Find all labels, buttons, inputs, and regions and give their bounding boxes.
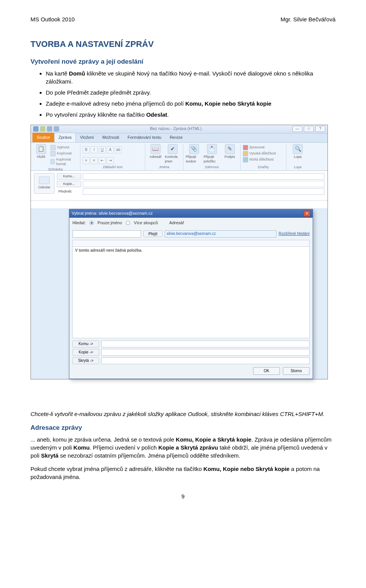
group-tags-label: Značky <box>243 164 284 170</box>
numbering-button[interactable]: ≡ <box>91 157 98 164</box>
addressbook-label: Adresář <box>169 220 184 226</box>
list-header <box>72 240 310 247</box>
dialog-titlebar: Vybrat jména: silvie.becvarova@seznam.cz… <box>69 209 313 218</box>
font-color-button[interactable]: A <box>107 146 114 153</box>
tab-options[interactable]: Možnosti <box>98 133 123 142</box>
copy-icon <box>50 151 56 156</box>
subsection-addressing: Adresace zprávy <box>30 423 336 432</box>
go-button[interactable]: Přejít <box>143 230 162 237</box>
tab-file[interactable]: Soubor <box>32 133 54 142</box>
dialog-close-button[interactable]: ✕ <box>303 210 310 217</box>
redo-icon[interactable] <box>54 126 59 132</box>
tab-format[interactable]: Formátování textu <box>123 133 165 142</box>
cc-input[interactable] <box>83 181 324 187</box>
address-book-button[interactable]: 📖Adresář <box>148 144 164 159</box>
envelope-icon <box>39 177 50 184</box>
high-importance-button[interactable]: Vysoká důležitost <box>243 151 276 156</box>
item-icon: 📩 <box>207 144 217 154</box>
low-importance-button[interactable]: Nízká důležitost <box>243 157 274 162</box>
header-left: MS Outlook 2010 <box>30 15 75 23</box>
send-button[interactable]: Odeslat <box>34 173 55 194</box>
subject-label: Předmět: <box>57 188 81 195</box>
check-names-button[interactable]: ✔Kontrola jmen <box>165 144 181 164</box>
subsection-create: Vytvoření nové zprávy a její odeslání <box>30 57 336 66</box>
scissors-icon <box>50 145 56 150</box>
group-clipboard-label: Schránka <box>33 167 78 173</box>
bullet-3: Zadejte e-mailové adresy nebo jména příj… <box>46 100 336 108</box>
group-basictext-label: Základní text <box>83 164 143 170</box>
to-button[interactable]: Komu... <box>57 173 81 180</box>
zoom-button[interactable]: 🔍Lupa <box>289 144 307 159</box>
quick-access-bar: Bez názvu - Zpráva (HTML) — □ ? <box>31 125 327 133</box>
dest-to-button[interactable]: Komu -> <box>72 341 99 347</box>
tab-insert[interactable]: Vložení <box>76 133 98 142</box>
addressbook-select[interactable]: silvie.becvarova@seznam.cz <box>165 230 276 238</box>
underline-button[interactable]: U <box>99 146 106 153</box>
paperclip-icon: 📎 <box>189 144 199 154</box>
brush-icon <box>50 159 55 164</box>
ribbon-tabs: Soubor Zpráva Vložení Možnosti Formátová… <box>31 133 327 143</box>
tab-message[interactable]: Zpráva <box>54 133 75 142</box>
italic-button[interactable]: I <box>91 146 98 153</box>
dest-cc-button[interactable]: Kopie -> <box>72 349 99 356</box>
dest-cc-field[interactable] <box>101 349 310 356</box>
to-input[interactable] <box>83 173 324 180</box>
tab-review[interactable]: Revize <box>165 133 187 142</box>
maximize-button[interactable]: □ <box>304 126 314 132</box>
flag-icon <box>243 145 248 150</box>
dialog-ok-button[interactable]: OK <box>253 367 280 375</box>
dest-to-field[interactable] <box>101 341 310 347</box>
group-zoom-label: Lupa <box>289 164 307 170</box>
search-input[interactable] <box>72 230 141 238</box>
advanced-search-link[interactable]: Rozšířené hledání <box>279 231 310 236</box>
attach-item-button[interactable]: 📩Připojit položku <box>204 144 220 164</box>
format-painter-button[interactable]: Kopírovat formát <box>50 157 78 167</box>
book-icon: 📖 <box>151 144 161 154</box>
tip-paragraph: Chcete-li vytvořit e-mailovou zprávu z j… <box>30 410 336 418</box>
dest-bcc-button[interactable]: Skrytá -> <box>72 357 99 364</box>
header-right: Mgr. Silvie Bečvářová <box>281 15 336 23</box>
font-toolbar: B I U A ab <box>83 144 122 153</box>
radio-name-only[interactable] <box>90 221 94 225</box>
paragraph-toolbar: ≡ ≡ ⇤ ⇥ <box>83 155 114 164</box>
arrow-down-icon <box>243 157 248 162</box>
address-area: Odeslat Komu... Kopie... Předmět: <box>31 171 327 201</box>
signature-button[interactable]: ✎Podpis <box>222 144 238 159</box>
paste-button[interactable]: 📋 Vložit <box>33 144 49 159</box>
dialog-cancel-button[interactable]: Storno <box>283 367 310 375</box>
save-icon[interactable] <box>40 126 45 132</box>
page-header: MS Outlook 2010 Mgr. Silvie Bečvářová <box>30 15 336 23</box>
bullet-2: Do pole Předmět zadejte předmět zprávy. <box>46 88 336 96</box>
group-names-label: Jména <box>148 164 181 170</box>
message-body-area[interactable] <box>31 201 327 208</box>
help-button[interactable]: ? <box>315 126 325 132</box>
bullet-list: Na kartě Domů klikněte ve skupině Nový n… <box>30 69 336 119</box>
check-icon: ✔ <box>168 144 178 154</box>
followup-button[interactable]: Zpracovat <box>243 145 265 150</box>
dest-bcc-field[interactable] <box>101 357 310 364</box>
outlook-screenshot: Bez názvu - Zpráva (HTML) — □ ? Soubor Z… <box>30 125 328 379</box>
list-body: V tomto adresáři není žádná položka. <box>72 247 310 338</box>
cut-button[interactable]: Vyjmout <box>50 145 78 150</box>
exclamation-icon <box>243 151 248 156</box>
indent-right-button[interactable]: ⇥ <box>107 157 114 164</box>
radio-more-columns[interactable] <box>126 221 130 225</box>
pen-icon: ✎ <box>225 144 235 154</box>
bullets-button[interactable]: ≡ <box>83 157 90 164</box>
bold-button[interactable]: B <box>83 146 90 153</box>
undo-icon[interactable] <box>47 126 52 132</box>
attach-file-button[interactable]: 📎Připojit soubor <box>186 144 202 164</box>
subject-input[interactable] <box>83 188 324 195</box>
body-text: Chcete-li vytvořit e-mailovou zprávu z j… <box>30 410 336 481</box>
ribbon-body: 📋 Vložit Vyjmout Kopírovat Kopírovat for… <box>31 143 327 171</box>
indent-left-button[interactable]: ⇤ <box>99 157 106 164</box>
copy-button[interactable]: Kopírovat <box>50 151 78 156</box>
section-heading: TVORBA A NASTAVENÍ ZPRÁV <box>30 39 336 50</box>
highlight-button[interactable]: ab <box>115 146 122 153</box>
cc-button[interactable]: Kopie... <box>57 181 81 187</box>
bullet-1: Na kartě Domů klikněte ve skupině Nový n… <box>46 69 336 85</box>
clipboard-icon: 📋 <box>36 144 46 154</box>
minimize-button[interactable]: — <box>292 126 302 132</box>
group-include-label: Zahrnout <box>186 164 238 170</box>
magnifier-icon: 🔍 <box>293 144 303 154</box>
